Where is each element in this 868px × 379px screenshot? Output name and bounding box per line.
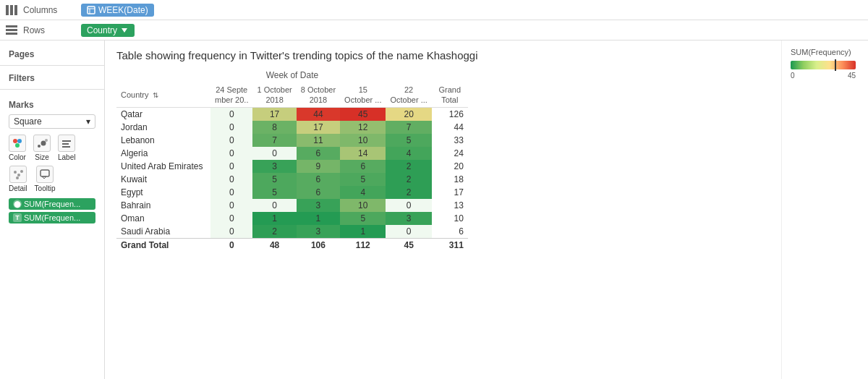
sum-frequency-color-pill[interactable]: ⬤ SUM(Frequen...	[9, 198, 95, 210]
svg-rect-2	[14, 5, 17, 15]
heat-cell: 1	[340, 225, 386, 239]
country-name-cell: Qatar	[116, 107, 210, 121]
heat-cell: 0	[210, 173, 252, 186]
table-row: Qatar017444520126	[116, 107, 468, 121]
svg-rect-17	[62, 143, 69, 145]
marks-type-select[interactable]: Square ▾	[9, 114, 95, 129]
legend-color-bar	[791, 61, 856, 69]
table-row: United Arab Emirates0396220	[116, 160, 468, 173]
country-name-cell: Saudi Arabia	[116, 225, 210, 239]
legend-range: 0 45	[791, 72, 856, 80]
rows-icon	[6, 25, 20, 35]
svg-point-22	[16, 176, 19, 179]
heat-cell: 0	[386, 225, 431, 239]
grand-total-cell: 311	[432, 238, 468, 252]
row-grand-total: 24	[432, 147, 468, 160]
heat-cell: 5	[252, 173, 296, 186]
heat-cell: 5	[340, 212, 386, 225]
heat-cell: 5	[252, 186, 296, 199]
heat-cell: 0	[210, 147, 252, 160]
col-header-0: 24 September 20..	[210, 83, 252, 107]
svg-point-20	[17, 174, 20, 176]
row-grand-total: 18	[432, 173, 468, 186]
heat-cell: 17	[252, 107, 296, 121]
grand-total-row: Grand Total04810611245311	[116, 238, 468, 252]
label-button[interactable]: Label	[58, 135, 75, 161]
svg-rect-23	[41, 170, 49, 176]
heat-cell: 9	[297, 160, 340, 173]
svg-point-10	[13, 139, 17, 143]
heat-cell: 3	[252, 160, 296, 173]
heat-cell: 10	[340, 134, 386, 147]
row-grand-total: 44	[432, 121, 468, 134]
heat-cell: 1	[252, 212, 296, 225]
svg-rect-16	[62, 140, 71, 142]
sum-frequency-label-pill[interactable]: T SUM(Frequen...	[9, 212, 95, 223]
marks-controls-row: Color Size	[9, 135, 95, 192]
row-grand-total: 10	[432, 212, 468, 225]
heat-cell: 0	[210, 107, 252, 121]
detail-icon	[9, 166, 27, 183]
country-name-cell: Kuwait	[116, 173, 210, 186]
marks-title: Marks	[9, 100, 95, 114]
svg-rect-0	[6, 5, 9, 15]
svg-rect-3	[88, 7, 95, 14]
sidebar: Pages Filters Marks Square ▾	[0, 41, 105, 379]
svg-point-14	[41, 141, 46, 146]
country-name-cell: Jordan	[116, 121, 210, 134]
color-button[interactable]: Color	[9, 135, 26, 161]
row-grand-total: 126	[432, 107, 468, 121]
heatmap-container: Week of Date Country ⇅ 24 September 20..…	[116, 70, 468, 252]
table-row: Saudi Arabia023106	[116, 225, 468, 239]
marks-section: Marks Square ▾	[0, 94, 104, 231]
svg-rect-6	[6, 25, 17, 27]
size-button[interactable]: Size	[33, 135, 51, 161]
heat-cell: 6	[297, 147, 340, 160]
heat-cell: 3	[386, 212, 431, 225]
columns-pill[interactable]: WEEK(Date)	[81, 4, 154, 17]
columns-label: Columns	[23, 5, 81, 15]
table-row: Jordan081712744	[116, 121, 468, 134]
heat-cell: 2	[252, 225, 296, 239]
detail-button[interactable]: Detail	[9, 166, 27, 192]
sort-icon[interactable]: ⇅	[153, 91, 158, 99]
tooltip-button[interactable]: Tooltip	[35, 166, 56, 192]
col-header-1: 1 October2018	[252, 83, 296, 107]
heat-cell: 6	[340, 160, 386, 173]
country-name-cell: United Arab Emirates	[116, 160, 210, 173]
heat-cell: 0	[210, 134, 252, 147]
rows-shelf: Rows Country	[0, 20, 868, 41]
heat-cell: 7	[386, 121, 431, 134]
grand-total-cell: 112	[340, 238, 386, 252]
main-area: Pages Filters Marks Square ▾	[0, 41, 868, 379]
heat-cell: 12	[340, 121, 386, 134]
col-header-2: 8 October2018	[297, 83, 340, 107]
heat-cell: 0	[252, 199, 296, 212]
grand-total-cell: 106	[297, 238, 340, 252]
content-area: Table showing frequency in Twitter's tre…	[105, 41, 781, 379]
heat-cell: 7	[252, 134, 296, 147]
heat-cell: 1	[297, 212, 340, 225]
heat-cell: 2	[386, 186, 431, 199]
rows-pill[interactable]: Country	[81, 24, 135, 37]
country-column-header[interactable]: Country ⇅	[116, 83, 210, 107]
svg-rect-1	[10, 5, 13, 15]
heat-cell: 17	[297, 121, 340, 134]
table-row: Bahrain00310013	[116, 199, 468, 212]
heat-cell: 4	[340, 186, 386, 199]
table-row: Oman0115310	[116, 212, 468, 225]
country-name-cell: Oman	[116, 212, 210, 225]
heat-cell: 11	[297, 134, 340, 147]
heat-cell: 4	[386, 147, 431, 160]
week-of-date-label: Week of Date	[116, 70, 468, 80]
filters-section-title: Filters	[0, 70, 104, 85]
table-row: Kuwait0565218	[116, 173, 468, 186]
col-header-3: 15October ...	[340, 83, 386, 107]
heat-cell: 2	[386, 173, 431, 186]
heat-cell: 0	[252, 147, 296, 160]
svg-marker-9	[122, 28, 127, 33]
col-header-4: 22October ...	[386, 83, 431, 107]
heat-cell: 8	[252, 121, 296, 134]
columns-shelf: Columns WEEK(Date)	[0, 0, 868, 20]
grand-total-label: Grand Total	[116, 238, 210, 252]
